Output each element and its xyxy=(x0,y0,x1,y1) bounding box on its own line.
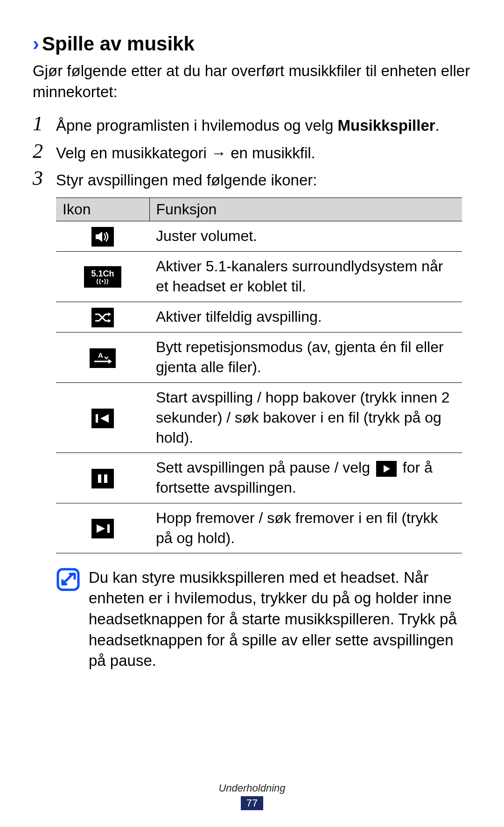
step-body: Åpne programlisten i hvilemodus og velg … xyxy=(56,115,471,136)
step-number: 1 xyxy=(33,113,56,134)
surround-bot: ((•)) xyxy=(97,278,109,284)
shuffle-icon xyxy=(91,308,114,327)
step-2: 2 Velg en musikkategori → en musikkfil. xyxy=(33,143,471,164)
function-text: Sett avspillingen på pause / velg xyxy=(156,459,374,476)
arrow-right-icon: → xyxy=(211,144,226,162)
table-row: Juster volumet. xyxy=(56,221,462,252)
skip-back-icon xyxy=(91,409,114,428)
step-1: 1 Åpne programlisten i hvilemodus og vel… xyxy=(33,115,471,136)
svg-rect-6 xyxy=(98,474,101,483)
function-cell: Juster volumet. xyxy=(149,221,462,252)
note-icon xyxy=(56,567,82,592)
step-number: 3 xyxy=(33,168,56,189)
step-body: Styr avspillingen med følgende ikoner: xyxy=(56,170,471,191)
pause-icon xyxy=(91,469,114,488)
svg-rect-7 xyxy=(104,474,107,483)
step-text: . xyxy=(435,117,440,134)
footer-section-label: Underholdning xyxy=(0,782,504,794)
function-cell: Sett avspillingen på pause / velg for å … xyxy=(149,453,462,503)
icon-cell xyxy=(56,503,149,553)
surround-icon: 5.1Ch ((•)) xyxy=(84,266,121,288)
icon-cell xyxy=(56,453,149,503)
svg-marker-0 xyxy=(96,232,102,242)
function-cell: Hopp fremover / søk fremover i en fil (t… xyxy=(149,503,462,553)
svg-marker-9 xyxy=(97,524,105,533)
volume-icon xyxy=(91,227,114,247)
icon-cell xyxy=(56,221,149,252)
col-header-function: Funksjon xyxy=(149,198,462,221)
svg-rect-10 xyxy=(107,524,110,533)
step-text: Velg en musikkategori xyxy=(56,144,211,162)
steps-list: 1 Åpne programlisten i hvilemodus og vel… xyxy=(33,115,471,191)
table-header-row: Ikon Funksjon xyxy=(56,198,462,221)
chevron-right-icon: › xyxy=(33,33,39,55)
step-body: Velg en musikkategori → en musikkfil. xyxy=(56,143,471,164)
icon-function-table: Ikon Funksjon Juster volumet. 5.1Ch ((•)… xyxy=(56,198,462,553)
table-row: Sett avspillingen på pause / velg for å … xyxy=(56,453,462,503)
function-cell: Bytt repetisjonsmodus (av, gjenta én fil… xyxy=(149,332,462,382)
section-heading: ›Spille av musikk xyxy=(33,33,471,55)
svg-marker-5 xyxy=(100,414,109,423)
icon-cell xyxy=(56,382,149,453)
page-number-badge: 77 xyxy=(241,796,263,810)
step-text: Åpne programlisten i hvilemodus og velg xyxy=(56,117,338,134)
col-header-icon: Ikon xyxy=(56,198,149,221)
icon-cell: A xyxy=(56,332,149,382)
table-row: Start avspilling / hopp bakover (trykk i… xyxy=(56,382,462,453)
step-text: en musikkfil. xyxy=(226,144,315,162)
table-row: 5.1Ch ((•)) Aktiver 5.1-kanalers surroun… xyxy=(56,252,462,302)
icon-cell: 5.1Ch ((•)) xyxy=(56,252,149,302)
page: ›Spille av musikk Gjør følgende etter at… xyxy=(0,0,504,827)
step-number: 2 xyxy=(33,141,56,162)
table-row: A Bytt repetisjonsmodus (av, gjenta én f… xyxy=(56,332,462,382)
page-footer: Underholdning 77 xyxy=(0,782,504,810)
function-cell: Aktiver tilfeldig avspilling. xyxy=(149,302,462,332)
svg-marker-3 xyxy=(108,359,112,364)
svg-rect-4 xyxy=(96,414,98,423)
note-block: Du kan styre musikkspilleren med et head… xyxy=(56,567,471,671)
note-text: Du kan styre musikkspilleren med et head… xyxy=(89,567,471,671)
svg-marker-8 xyxy=(384,465,390,473)
svg-marker-1 xyxy=(108,312,111,316)
step-bold: Musikkspiller xyxy=(338,117,435,134)
skip-forward-icon xyxy=(91,519,114,538)
table-row: Hopp fremover / søk fremover i en fil (t… xyxy=(56,503,462,553)
heading-text: Spille av musikk xyxy=(42,33,195,55)
repeat-letter: A xyxy=(98,351,103,359)
table-row: Aktiver tilfeldig avspilling. xyxy=(56,302,462,332)
repeat-icon: A xyxy=(90,348,116,368)
svg-marker-2 xyxy=(108,319,111,323)
function-cell: Aktiver 5.1-kanalers surroundlydsystem n… xyxy=(149,252,462,302)
function-cell: Start avspilling / hopp bakover (trykk i… xyxy=(149,382,462,453)
play-icon xyxy=(376,461,397,477)
surround-top: 5.1Ch xyxy=(91,269,114,278)
intro-paragraph: Gjør følgende etter at du har overført m… xyxy=(33,61,471,102)
step-3: 3 Styr avspillingen med følgende ikoner: xyxy=(33,170,471,191)
icon-cell xyxy=(56,302,149,332)
